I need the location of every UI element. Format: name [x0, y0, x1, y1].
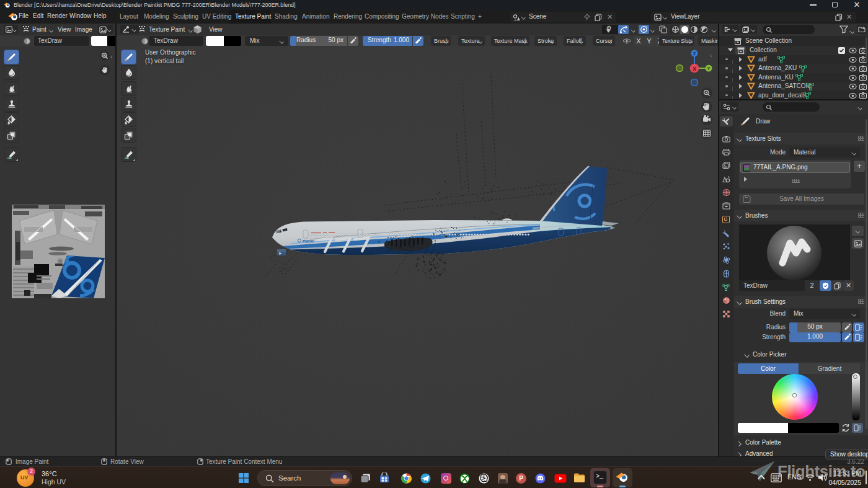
svg-text:N770GE: N770GE — [532, 229, 541, 232]
svg-text:PMDG: PMDG — [303, 239, 314, 243]
